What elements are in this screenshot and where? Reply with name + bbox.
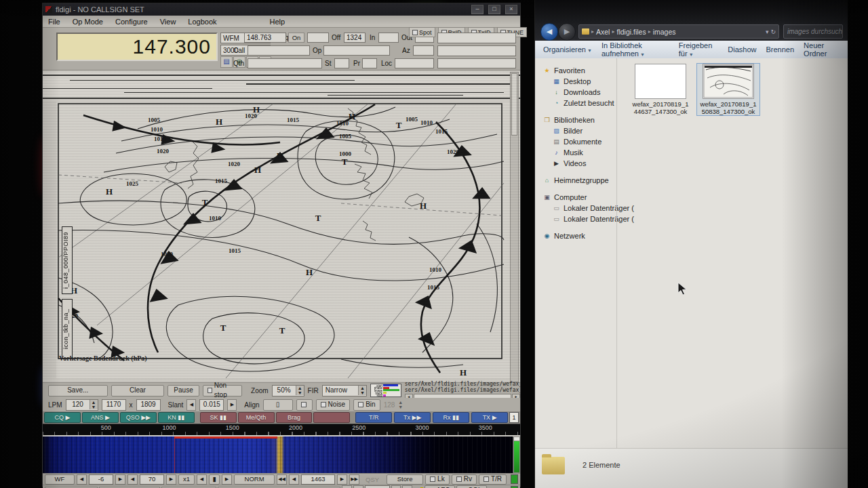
- sidebar-item-favoriten[interactable]: ★Favoriten: [535, 65, 616, 76]
- macro-ans[interactable]: ANS ▶: [82, 412, 119, 423]
- bin-checkbox[interactable]: Bin: [353, 399, 380, 411]
- lpm-stepper[interactable]: 120▲▼: [66, 399, 98, 411]
- sidebar-item-dokumente[interactable]: ▤Dokumente: [535, 136, 616, 147]
- organize-menu[interactable]: Organisieren▼: [543, 45, 592, 54]
- lock-checkbox[interactable]: Lk: [425, 474, 450, 485]
- wf-stop-button[interactable]: ▮: [209, 474, 220, 485]
- left-arrow-icon[interactable]: ◀: [77, 474, 87, 485]
- breadcrumb-fldigi-files[interactable]: fldigi.files: [616, 28, 646, 36]
- menu-configure[interactable]: Configure: [115, 18, 148, 26]
- address-bar[interactable]: ▸ Axel ▸ fldigi.files ▸ images ▾ ↻: [578, 24, 779, 39]
- macro-qso[interactable]: QSO ▶▶: [120, 412, 157, 423]
- wf-mode-button[interactable]: WF: [45, 474, 75, 485]
- in-field[interactable]: [378, 33, 399, 43]
- left-arrow-icon[interactable]: ◀: [353, 485, 363, 488]
- fax-vertical-scrollbar[interactable]: [510, 72, 519, 382]
- sidebar-item-zuletzt-besucht[interactable]: ◔Zuletzt besucht: [535, 98, 616, 108]
- clear-button[interactable]: Clear: [111, 385, 165, 396]
- sidebar-item-local-disk-2[interactable]: ▭Lokaler Datenträger (: [535, 214, 616, 224]
- menu-view[interactable]: View: [160, 18, 176, 26]
- rig-freq-field[interactable]: 148.763: [244, 33, 286, 43]
- macro-page-indicator[interactable]: 1: [509, 412, 519, 423]
- updown-icon[interactable]: ▲▼: [398, 400, 403, 409]
- double-left-arrow-icon[interactable]: ◀◀: [342, 485, 352, 488]
- double-right-arrow-icon[interactable]: ▶▶: [402, 485, 412, 488]
- wf-range-value[interactable]: 70: [140, 474, 164, 485]
- maximize-button[interactable]: □: [488, 5, 500, 14]
- right-arrow-icon[interactable]: ▶: [222, 474, 232, 485]
- left-arrow-icon[interactable]: ◀: [197, 474, 207, 485]
- wf-speed-button[interactable]: NORM: [234, 474, 275, 485]
- afc-offset[interactable]: -3.0: [365, 485, 390, 488]
- macro-sk[interactable]: SK ▮▮: [200, 412, 237, 423]
- blank-field[interactable]: [307, 33, 329, 43]
- wf-gain-value[interactable]: -6: [89, 474, 113, 485]
- pr-field[interactable]: [362, 58, 377, 68]
- macro-tx2[interactable]: TX ▶: [471, 412, 508, 423]
- spot-toggle[interactable]: Spot: [409, 27, 435, 37]
- align-slider[interactable]: ▯: [263, 399, 293, 411]
- double-left-arrow-icon[interactable]: ◀◀: [277, 474, 287, 485]
- slideshow-button[interactable]: Diashow: [728, 45, 756, 54]
- new-folder-button[interactable]: Neuer Ordner: [804, 41, 840, 58]
- menu-op-mode[interactable]: Op Mode: [73, 18, 103, 26]
- breadcrumb-images[interactable]: images: [653, 28, 676, 36]
- txrx-checkbox[interactable]: T/R: [479, 474, 507, 485]
- left-arrow-icon[interactable]: ◀: [289, 474, 299, 485]
- off-field[interactable]: 1324: [344, 33, 366, 43]
- macro-kn[interactable]: KN ▮▮: [158, 412, 195, 423]
- sql-checkbox[interactable]: SQL: [456, 485, 487, 488]
- qth-field[interactable]: [248, 58, 322, 68]
- double-right-arrow-icon[interactable]: ▶▶: [349, 474, 359, 485]
- sidebar-item-netzwerk[interactable]: ◉Netzwerk: [535, 230, 616, 241]
- sidebar-item-bibliotheken[interactable]: ❒Bibliotheken: [535, 115, 616, 125]
- afc-checkbox[interactable]: AFC: [425, 485, 455, 488]
- sidebar-item-musik[interactable]: ♪Musik: [535, 147, 616, 158]
- updown-icon[interactable]: ▲▼: [90, 400, 98, 409]
- file-item-1[interactable]: wefax_20170819_144637_147300_ok: [629, 64, 692, 115]
- add-to-library-menu[interactable]: In Bibliothek aufnehmen▼: [601, 41, 669, 58]
- menu-help[interactable]: Help: [270, 18, 285, 26]
- fldigi-titlebar[interactable]: fldigi - NO CALLSIGN SET – □ ×: [43, 3, 520, 16]
- noise-checkbox[interactable]: Noise: [316, 399, 351, 411]
- breadcrumb-axel[interactable]: Axel: [596, 28, 610, 36]
- sidebar-item-desktop[interactable]: ▦Desktop: [535, 76, 616, 87]
- slant-value[interactable]: 0.015: [199, 399, 224, 411]
- left-arrow-icon[interactable]: ◀: [186, 399, 196, 411]
- macro-tr[interactable]: T/R: [355, 412, 392, 423]
- sidebar-item-computer[interactable]: ▣Computer: [535, 192, 616, 203]
- fir-select[interactable]: Narrow▲▼: [322, 385, 367, 396]
- loc-field[interactable]: [395, 58, 434, 68]
- forward-button[interactable]: ▶: [558, 23, 576, 41]
- sidebar-item-local-disk-1[interactable]: ▭Lokaler Datenträger (: [535, 203, 616, 214]
- right-arrow-icon[interactable]: ▶: [337, 474, 347, 485]
- waterfall-display[interactable]: [43, 436, 513, 473]
- menu-file[interactable]: File: [48, 18, 60, 26]
- share-with-menu[interactable]: Freigeben für▼: [679, 41, 719, 58]
- logbook-icon[interactable]: ▤: [220, 56, 233, 68]
- burn-button[interactable]: Brennen: [766, 45, 794, 54]
- explorer-titlebar[interactable]: ◀ ▶ ▸ Axel ▸ fldigi.files ▸ images ▾ ↻ i…: [535, 0, 848, 41]
- right-arrow-icon[interactable]: ▶: [115, 474, 125, 485]
- right-arrow-icon[interactable]: ▶: [391, 485, 401, 488]
- wefax-receive-view[interactable]: HH102010051010101510201020H10151025HT101…: [43, 70, 520, 383]
- chevron-down-icon[interactable]: ▾: [766, 28, 769, 35]
- weather-fax-chart[interactable]: HH102010051010101510201020H10151025HT101…: [56, 102, 512, 378]
- macro-brag[interactable]: Brag: [276, 412, 313, 423]
- macro-cq[interactable]: CQ ▶: [44, 412, 81, 423]
- file-item-2-selected[interactable]: wefax_20170819_150838_147300_ok: [697, 64, 760, 115]
- call-field[interactable]: [248, 45, 310, 56]
- close-button[interactable]: ×: [505, 5, 517, 14]
- refresh-icon[interactable]: ↻: [770, 28, 776, 35]
- macro-empty[interactable]: [313, 412, 350, 423]
- reverse-checkbox[interactable]: Rv: [452, 474, 477, 485]
- on-button[interactable]: On: [288, 33, 304, 43]
- sidebar-item-bilder[interactable]: ▨Bilder: [535, 125, 616, 136]
- updown-icon[interactable]: ▲▼: [358, 386, 366, 395]
- az-field[interactable]: [413, 45, 434, 56]
- pause-button[interactable]: Pause: [167, 385, 199, 396]
- wf-zoom-button[interactable]: x1: [178, 474, 195, 485]
- align-checkbox[interactable]: [296, 399, 313, 411]
- sidebar-item-downloads[interactable]: ↓Downloads: [535, 87, 616, 98]
- right-arrow-icon[interactable]: ▶: [166, 474, 176, 485]
